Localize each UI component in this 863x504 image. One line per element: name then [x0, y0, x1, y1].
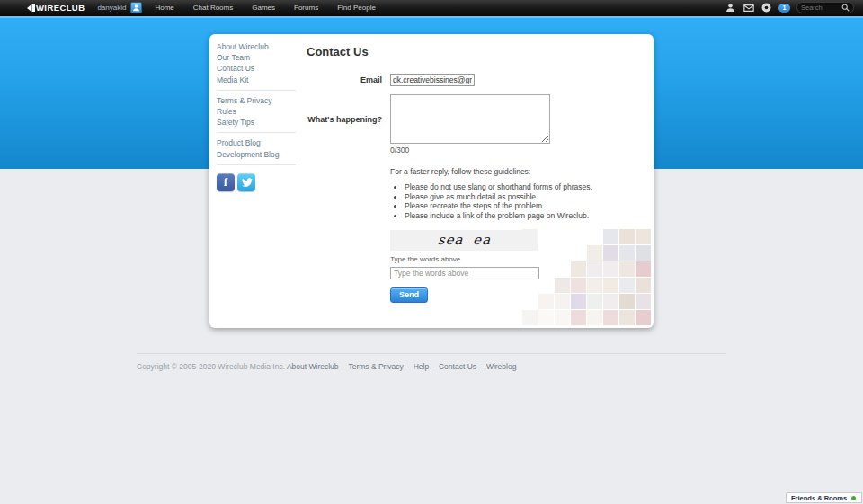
online-status-dot: [851, 496, 856, 500]
captcha-label: Type the words above: [390, 255, 648, 263]
footer-link-about-wireclub[interactable]: About Wireclub: [287, 362, 339, 371]
avatar-person-icon: [132, 4, 140, 12]
notification-badge[interactable]: 1: [778, 4, 790, 13]
guideline-item: Please include a link of the problem pag…: [405, 211, 648, 220]
social-links: f: [217, 173, 298, 191]
sidebar-item-rules[interactable]: Rules: [217, 106, 298, 117]
nav-item-games[interactable]: Games: [252, 4, 275, 12]
friends-rooms-widget[interactable]: Friends & Rooms: [786, 492, 862, 503]
email-row: Email: [307, 74, 648, 86]
guideline-item: Please give as much detail as possible.: [405, 192, 648, 201]
guidelines: For a faster reply, follow these guideli…: [390, 167, 648, 220]
search-input[interactable]: [801, 4, 839, 12]
wireclub-logo[interactable]: WIRECLUB: [27, 3, 85, 13]
friends-rooms-label: Friends & Rooms: [791, 494, 847, 502]
sidebar-item-about-wireclub[interactable]: About Wireclub: [217, 41, 298, 52]
email-label: Email: [307, 75, 382, 84]
nav-item-chat-rooms[interactable]: Chat Rooms: [193, 4, 233, 12]
username-link[interactable]: danyakid: [97, 4, 126, 12]
nav-menu: Home Chat Rooms Games Forums Find People: [155, 4, 375, 12]
footer-link-wireblog[interactable]: Wireblog: [486, 362, 517, 371]
sidebar-item-media-kit[interactable]: Media Kit: [217, 75, 298, 85]
footer-link-terms-privacy[interactable]: Terms & Privacy: [348, 362, 403, 371]
email-field[interactable]: [390, 74, 475, 86]
message-row: What's happening?: [307, 94, 648, 144]
wireclub-logo-icon: [27, 4, 35, 13]
page-footer: Copyright © 2005-2020 Wireclub Media Inc…: [137, 353, 726, 371]
sidebar-divider: [217, 132, 296, 133]
guidelines-list: Please do not use slang or shorthand for…: [390, 182, 648, 220]
sidebar-nav: About Wireclub Our Team Contact Us Media…: [217, 41, 298, 191]
guideline-item: Please recreate the steps of the problem…: [405, 201, 648, 210]
logo-text: WIRECLUB: [36, 3, 85, 13]
footer-separator: ·: [432, 362, 435, 371]
nav-item-forums[interactable]: Forums: [294, 4, 318, 12]
facebook-icon[interactable]: f: [217, 173, 235, 191]
footer-separator: ·: [407, 362, 410, 371]
guidelines-intro: For a faster reply, follow these guideli…: [390, 167, 648, 176]
footer-separator: ·: [480, 362, 483, 371]
nav-right-cluster: 1: [725, 2, 854, 13]
sidebar-item-development-blog[interactable]: Development Blog: [217, 149, 298, 160]
copyright-text: Copyright © 2005-2020 Wireclub Media Inc…: [137, 362, 285, 371]
top-navigation-bar: WIRECLUB danyakid Home Chat Rooms Games …: [0, 0, 863, 16]
twitter-icon[interactable]: [237, 173, 255, 191]
nav-item-find-people[interactable]: Find People: [337, 4, 376, 12]
message-textarea[interactable]: [390, 94, 550, 144]
page-title: Contact Us: [307, 45, 648, 58]
footer-link-contact-us[interactable]: Contact Us: [439, 362, 476, 371]
contact-form: Contact Us Email What's happening? 0/300…: [307, 45, 648, 303]
sidebar-item-safety-tips[interactable]: Safety Tips: [217, 117, 298, 128]
captcha-text: sea ea: [437, 232, 492, 248]
captcha-input[interactable]: [390, 267, 539, 279]
send-button[interactable]: Send: [390, 287, 428, 303]
captcha-image: sea ea: [390, 230, 538, 251]
profile-icon[interactable]: [725, 2, 736, 13]
user-avatar[interactable]: [130, 2, 142, 13]
char-counter: 0/300: [390, 146, 648, 155]
footer-link-help[interactable]: Help: [414, 362, 429, 371]
alerts-icon[interactable]: [761, 2, 772, 13]
sidebar-divider: [217, 90, 296, 91]
sidebar-item-terms-privacy[interactable]: Terms & Privacy: [217, 95, 298, 106]
footer-separator: ·: [343, 362, 345, 371]
messages-icon[interactable]: [743, 2, 754, 13]
message-label: What's happening?: [307, 115, 382, 124]
sidebar-item-contact-us[interactable]: Contact Us: [217, 63, 298, 74]
content-card: About Wireclub Our Team Contact Us Media…: [209, 34, 654, 328]
sidebar-item-product-blog[interactable]: Product Blog: [217, 137, 298, 148]
search-icon: [841, 4, 850, 12]
guideline-item: Please do not use slang or shorthand for…: [405, 182, 648, 191]
search-box[interactable]: [796, 2, 854, 13]
nav-item-home[interactable]: Home: [155, 4, 173, 12]
sidebar-item-our-team[interactable]: Our Team: [217, 52, 298, 63]
sidebar-divider: [217, 164, 296, 165]
